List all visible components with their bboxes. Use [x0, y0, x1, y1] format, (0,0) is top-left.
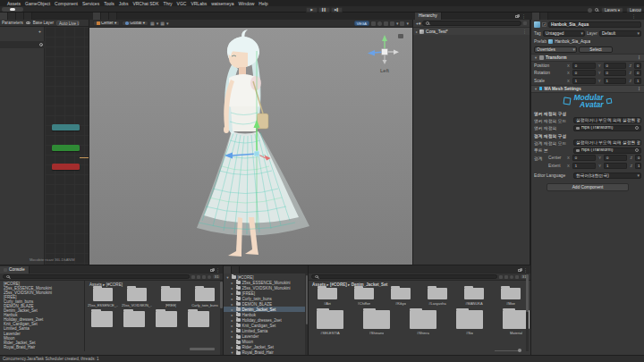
folder-cell[interactable]: #Kikyo — [389, 288, 412, 306]
chevron-down-icon[interactable]: ▾ — [157, 21, 159, 26]
kebab-icon[interactable]: ⋮ — [523, 268, 528, 273]
gear-icon[interactable] — [39, 43, 44, 47]
axis-y-field[interactable]: 0 — [604, 63, 627, 69]
anchor-object-field[interactable]: Hips (Transform) — [573, 125, 641, 131]
lock-icon[interactable] — [518, 269, 521, 272]
camera-settings-icon[interactable] — [371, 21, 376, 26]
overrides-button[interactable]: Overrides — [534, 46, 577, 53]
search-icon[interactable] — [595, 8, 598, 12]
zoom-slider[interactable] — [495, 349, 521, 352]
chevron-icon[interactable]: ▸ — [230, 307, 234, 312]
folder-cell[interactable]: [FREE] — [159, 288, 182, 307]
add-parameter-button[interactable]: + — [38, 29, 41, 34]
vertical-scrollbar[interactable] — [305, 274, 308, 355]
axis-z-field[interactable]: 1 — [634, 78, 641, 84]
chevron-icon[interactable]: ▸ — [230, 291, 234, 296]
hierarchy-search-input[interactable] — [422, 21, 521, 26]
animator-layer-row[interactable] — [0, 41, 45, 48]
folder-list-item[interactable]: Royal_Braid_Hair — [0, 345, 84, 349]
menu-item[interactable]: Services — [82, 1, 99, 6]
cloud-account-button[interactable] — [2, 7, 23, 12]
audio-toggle-icon[interactable] — [384, 21, 388, 26]
project-tab[interactable] — [232, 266, 240, 274]
chevron-icon[interactable]: ▸ — [230, 313, 234, 317]
folder-cell[interactable]: #Moe — [499, 288, 522, 306]
breadcrumb[interactable]: Assets ▸ [#CORE] ▸ Denim_Jacket_Set — [309, 281, 530, 288]
menu-item[interactable]: VGC — [177, 1, 187, 6]
animator-graph[interactable] — [45, 27, 89, 265]
chevron-down-icon[interactable]: ▾ — [396, 21, 399, 26]
eye-icon[interactable] — [26, 21, 30, 25]
info-icon[interactable] — [510, 275, 513, 279]
chevron-icon[interactable]: ▸ — [230, 281, 234, 285]
folder-cell[interactable]: #Airi — [316, 288, 339, 306]
kebab-icon[interactable]: ⋮ — [631, 14, 636, 19]
folder-icon[interactable] — [123, 311, 145, 327]
chevron-icon[interactable]: ▸ — [230, 329, 234, 333]
menu-item[interactable]: Assets — [7, 1, 21, 6]
filter-type-icon[interactable] — [197, 275, 200, 279]
root-bone-object-field[interactable]: Hips (Transform) — [573, 147, 641, 154]
extent-z-field[interactable]: 1 — [635, 163, 641, 169]
folder-cell[interactable]: #Shinano — [362, 310, 391, 335]
effects-toggle-icon[interactable] — [390, 21, 394, 26]
kebab-icon[interactable]: ⋮ — [216, 268, 220, 273]
center-z-field[interactable]: 0 — [635, 155, 641, 161]
tag-dropdown[interactable]: Untagged — [543, 30, 585, 37]
vertical-scrollbar[interactable] — [220, 281, 224, 355]
transform-component-header[interactable]: ▼ Transform ⋮ — [531, 54, 644, 62]
vertical-scrollbar[interactable] — [526, 274, 530, 351]
kebab-icon[interactable]: ⋮ — [521, 14, 526, 19]
prefab-name[interactable]: Hanbok_Sia_Aqua — [555, 39, 590, 44]
scene-tab[interactable] — [101, 13, 109, 20]
folder-cell[interactable]: #Shinra — [409, 310, 437, 335]
slider-knob[interactable] — [518, 349, 521, 352]
kebab-icon[interactable]: ⋮ — [637, 55, 641, 60]
active-checkbox[interactable]: ✓ — [542, 22, 547, 27]
menu-item[interactable]: Thry — [164, 1, 173, 6]
menu-item[interactable]: GameObject — [25, 1, 50, 6]
add-component-button[interactable]: Add Component — [547, 183, 629, 191]
anchor-mode-dropdown[interactable]: 설정하거나 부모에 의해 설정된 값 — [573, 117, 641, 123]
info-icon[interactable] — [208, 275, 211, 279]
search-input[interactable] — [3, 274, 190, 280]
axis-x-field[interactable]: 0 — [572, 63, 596, 69]
axis-y-field[interactable]: 1 — [604, 78, 627, 84]
auto-live-link-toggle[interactable]: Auto Live Link — [56, 21, 80, 26]
ma-mesh-settings-header[interactable]: ▼ MA Mesh Settings ⋮ — [531, 85, 644, 93]
menu-item[interactable]: Component — [55, 1, 78, 6]
increment-snap-icon[interactable]: ▦ — [160, 21, 165, 26]
hierarchy-scene-row[interactable]: ▸ Cora_Test* ⋮ — [413, 28, 530, 35]
services-icon[interactable] — [588, 8, 592, 13]
bounds-mode-dropdown[interactable]: 설정하거나 부모에 의해 설정된 값 — [573, 139, 641, 146]
chevron-icon[interactable]: ▸ — [230, 345, 234, 349]
kebab-icon[interactable]: ⋮ — [522, 29, 527, 34]
folder-cell[interactable]: #Lasyusha — [426, 288, 449, 306]
chevron-icon[interactable]: ▸ — [230, 297, 234, 301]
folder-cell[interactable]: Curly_twin_buns — [193, 288, 216, 307]
chevron-down-icon[interactable]: ▾ — [166, 21, 169, 26]
tab-hierarchy[interactable]: Hierarchy — [415, 13, 442, 20]
status-message[interactable]: Concurrency.JavaTask Scheduler created, … — [3, 357, 99, 361]
scene-overlay-button[interactable]: VEGA — [354, 21, 369, 26]
chevron-icon[interactable]: ▸ — [230, 334, 234, 339]
lock-icon[interactable] — [515, 15, 519, 18]
pivot-mode-dropdown[interactable]: Center▾ — [93, 21, 120, 27]
folder-cell[interactable]: #SELESTIA — [316, 310, 344, 335]
chevron-icon[interactable]: ▸ — [230, 318, 234, 323]
favorites-icon[interactable] — [515, 275, 519, 279]
left-panel-tab[interactable] — [24, 13, 32, 20]
object-picker-icon[interactable] — [635, 126, 639, 130]
center-y-field[interactable]: 0 — [604, 155, 627, 161]
folder-cell[interactable]: 25ss_ESSENCE_... — [91, 288, 114, 307]
menu-item[interactable]: Window — [239, 1, 255, 6]
filter-label-icon[interactable] — [202, 275, 206, 279]
left-panel-tab[interactable] — [0, 13, 8, 20]
folder-icon[interactable] — [156, 311, 177, 327]
filter-label-icon[interactable] — [504, 275, 508, 279]
tab-console[interactable]: Console — [0, 266, 30, 274]
chevron-icon[interactable]: ▸ — [230, 286, 234, 290]
chevron-down-icon[interactable]: ▾ — [406, 21, 409, 26]
left-panel-tab[interactable] — [8, 13, 16, 20]
axis-x-field[interactable]: 1 — [572, 78, 596, 84]
